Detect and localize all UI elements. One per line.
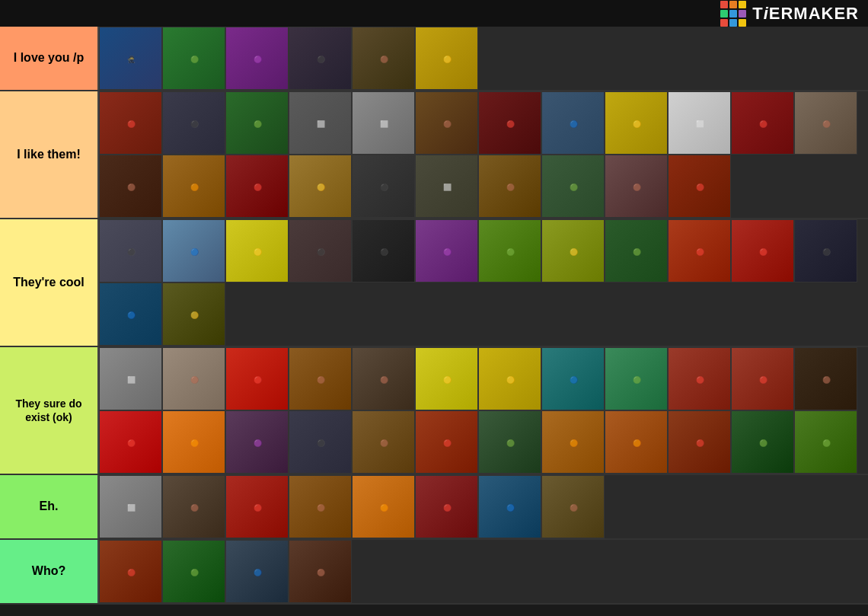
tier-row-c: They sure do exist (ok) ⬜ 🟤 🔴 🟤 🟤 🟡 🟡 🔵 …	[0, 347, 868, 475]
list-item[interactable]: 🔴	[225, 475, 289, 538]
list-item[interactable]: 🟠	[162, 155, 225, 218]
logo-cell	[720, 1, 728, 8]
list-item[interactable]: ⚫	[162, 91, 225, 155]
list-item[interactable]: 🔴	[731, 219, 794, 282]
list-item[interactable]: 🔴	[668, 219, 731, 282]
list-item[interactable]: 🟤	[289, 475, 352, 538]
logo-cell	[739, 10, 746, 18]
list-item[interactable]: 🔴	[668, 347, 731, 410]
list-item[interactable]: 🥷	[99, 27, 162, 90]
list-item[interactable]: 🔵	[99, 282, 162, 346]
list-item[interactable]: 🟡	[541, 219, 605, 282]
list-item[interactable]: 🟡	[225, 219, 289, 282]
logo-grid-icon	[720, 1, 746, 27]
list-item[interactable]: 🟡	[289, 155, 352, 218]
list-item[interactable]: 🔴	[668, 155, 731, 218]
list-item[interactable]: 🔴	[478, 91, 541, 155]
list-item[interactable]: 🟤	[99, 155, 162, 218]
tier-label-b: They're cool	[0, 219, 97, 346]
tier-label-c: They sure do exist (ok)	[0, 347, 97, 474]
tier-row-d: Eh. ⬜ 🟤 🔴 🟤 🟠 🔴 🔵 🟤	[0, 475, 868, 540]
list-item[interactable]: 🟠	[541, 410, 605, 474]
list-item[interactable]: ⬜	[99, 475, 162, 538]
list-item[interactable]: ⬜	[99, 347, 162, 410]
tier-content-s: 🥷 🟢 🟣 ⚫ 🟤 🟡	[97, 27, 868, 90]
list-item[interactable]: 🔴	[99, 410, 162, 474]
list-item[interactable]: 🔴	[731, 347, 794, 410]
list-item[interactable]: 🟤	[415, 91, 478, 155]
list-item[interactable]: 🟡	[605, 91, 668, 155]
list-item[interactable]: 🔴	[99, 91, 162, 155]
list-item[interactable]: 🟢	[605, 219, 668, 282]
list-item[interactable]: 🟤	[541, 475, 605, 538]
list-item[interactable]: 🟤	[352, 410, 415, 474]
list-item[interactable]: 🔵	[541, 91, 605, 155]
list-item[interactable]: ⬜	[289, 91, 352, 155]
list-item[interactable]: 🔵	[478, 475, 541, 538]
tier-row-b: They're cool ⚫ 🔵 🟡 ⚫ ⚫ 🟣 🟢 🟡 🟢 🔴 🔴 ⚫ 🔵 🟡	[0, 219, 868, 347]
logo-cell	[729, 19, 737, 27]
list-item[interactable]: 🟡	[415, 347, 478, 410]
list-item[interactable]: 🟡	[478, 347, 541, 410]
list-item[interactable]: 🟤	[289, 540, 352, 603]
list-item[interactable]: 🟢	[162, 27, 225, 90]
list-item[interactable]: ⚫	[794, 219, 857, 282]
list-item[interactable]: ⚫	[289, 410, 352, 474]
list-item[interactable]: 🟤	[289, 347, 352, 410]
list-item[interactable]: 🟠	[352, 475, 415, 538]
list-item[interactable]: 🟤	[605, 155, 668, 218]
list-item[interactable]: 🔴	[731, 91, 794, 155]
list-item[interactable]: ⚫	[352, 155, 415, 218]
list-item[interactable]: ⬜	[668, 91, 731, 155]
list-item[interactable]: ⬜	[415, 155, 478, 218]
list-item[interactable]: 🟡	[162, 282, 225, 346]
logo-cell	[729, 10, 737, 18]
logo-text: TiERMAKER	[752, 4, 859, 24]
list-item[interactable]: 🟤	[794, 91, 857, 155]
logo-cell	[739, 1, 746, 8]
tier-list: I love you /p 🥷 🟢 🟣 ⚫ 🟤 🟡 I like them! 🔴…	[0, 27, 868, 605]
list-item[interactable]: 🟢	[605, 347, 668, 410]
list-item[interactable]: 🔴	[415, 475, 478, 538]
list-item[interactable]: 🟣	[225, 410, 289, 474]
list-item[interactable]: 🟤	[478, 155, 541, 218]
list-item[interactable]: 🟢	[162, 540, 225, 603]
list-item[interactable]: ⚫	[289, 219, 352, 282]
list-item[interactable]: 🔴	[415, 410, 478, 474]
tiermaker-logo: TiERMAKER	[720, 1, 859, 27]
list-item[interactable]: 🟤	[794, 347, 857, 410]
list-item[interactable]: 🔵	[225, 540, 289, 603]
list-item[interactable]: 🟢	[731, 410, 794, 474]
tier-content-b: ⚫ 🔵 🟡 ⚫ ⚫ 🟣 🟢 🟡 🟢 🔴 🔴 ⚫ 🔵 🟡	[97, 219, 868, 346]
tier-label-s: I love you /p	[0, 27, 97, 90]
list-item[interactable]: 🟤	[352, 347, 415, 410]
list-item[interactable]: ⚫	[289, 27, 352, 90]
list-item[interactable]: 🟡	[415, 27, 478, 90]
tier-label-d: Eh.	[0, 475, 97, 538]
tier-content-e: 🔴 🟢 🔵 🟤	[97, 540, 868, 603]
list-item[interactable]: 🔴	[225, 347, 289, 410]
list-item[interactable]: 🟢	[225, 91, 289, 155]
list-item[interactable]: 🟢	[478, 219, 541, 282]
list-item[interactable]: ⚫	[99, 219, 162, 282]
list-item[interactable]: 🔴	[99, 540, 162, 603]
tier-row-s: I love you /p 🥷 🟢 🟣 ⚫ 🟤 🟡	[0, 27, 868, 91]
list-item[interactable]: 🟤	[352, 27, 415, 90]
list-item[interactable]: 🟣	[225, 27, 289, 90]
list-item[interactable]: 🟢	[478, 410, 541, 474]
list-item[interactable]: 🟢	[541, 155, 605, 218]
list-item[interactable]: 🟣	[415, 219, 478, 282]
tier-label-a: I like them!	[0, 91, 97, 218]
list-item[interactable]: 🟠	[162, 410, 225, 474]
list-item[interactable]: 🔴	[225, 155, 289, 218]
list-item[interactable]: 🔴	[668, 410, 731, 474]
list-item[interactable]: 🔵	[162, 219, 225, 282]
list-item[interactable]: 🟤	[162, 475, 225, 538]
list-item[interactable]: 🔵	[541, 347, 605, 410]
list-item[interactable]: 🟢	[794, 410, 857, 474]
list-item[interactable]: ⬜	[352, 91, 415, 155]
list-item[interactable]: ⚫	[352, 219, 415, 282]
header: TiERMAKER	[0, 0, 868, 27]
list-item[interactable]: 🟠	[605, 410, 668, 474]
list-item[interactable]: 🟤	[162, 347, 225, 410]
